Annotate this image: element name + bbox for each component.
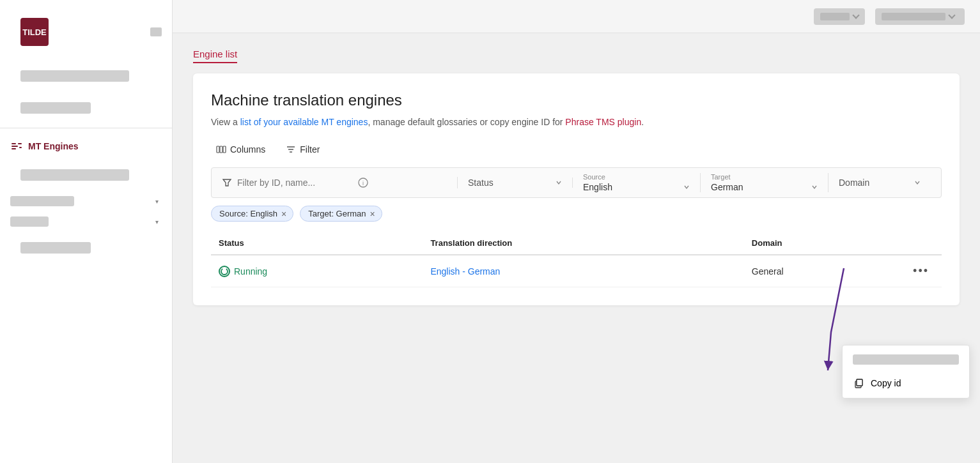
context-menu-copy-id[interactable]: Copy id (843, 371, 969, 395)
copy-icon (853, 377, 864, 389)
columns-button[interactable]: Columns (211, 142, 270, 157)
info-icon: i (357, 177, 369, 188)
source-tag-label: Source: English (219, 209, 277, 218)
filter-row: i Status Source English (211, 167, 942, 198)
svg-rect-5 (217, 146, 219, 153)
source-group-label: Source (583, 173, 605, 181)
svg-rect-1 (12, 146, 18, 147)
columns-icon (216, 144, 226, 155)
translation-direction-text: English - German (430, 266, 500, 277)
logo: TILDE (20, 18, 49, 46)
context-menu-placeholder-1 (853, 354, 959, 365)
filter-button[interactable]: Filter (281, 142, 325, 157)
filter-search-section: i (222, 177, 458, 188)
target-filter[interactable]: Target German (701, 173, 828, 192)
page-title: Machine translation engines (211, 91, 942, 109)
mt-engines-link[interactable]: list of your available MT engines (240, 117, 368, 127)
sidebar: TILDE MT Engines ▾ (0, 0, 173, 463)
filter-funnel-icon (222, 178, 232, 188)
target-value: German (711, 182, 743, 192)
sidebar-nav-item-3 (20, 169, 129, 181)
col-domain: Domain (744, 232, 900, 255)
target-chevron-icon (811, 184, 818, 190)
more-actions-button[interactable]: ••• (908, 263, 934, 279)
col-status: Status (211, 232, 423, 255)
svg-text:i: i (362, 180, 364, 186)
sidebar-item-label-5 (10, 216, 49, 227)
sidebar-nav-item-5[interactable]: ▾ (0, 211, 172, 232)
topbar (173, 0, 980, 33)
mt-engines-icon (10, 140, 23, 153)
toolbar: Columns Filter (211, 142, 942, 157)
sidebar-close-icon[interactable] (150, 27, 162, 36)
cell-translation-direction: English - German (423, 255, 743, 287)
status-chevron-icon (556, 179, 562, 186)
topbar-org-text (882, 13, 945, 20)
target-tag: Target: German × (300, 206, 382, 222)
sidebar-item-mt-engines[interactable]: MT Engines (0, 133, 172, 159)
running-icon (219, 266, 230, 277)
table-row: Running English - German General ••• (211, 255, 942, 287)
target-tag-close[interactable]: × (370, 209, 375, 218)
source-tag-close[interactable]: × (281, 209, 286, 218)
sidebar-item-mt-engines-label: MT Engines (28, 141, 79, 151)
mt-engines-card: Machine translation engines View a list … (193, 73, 960, 305)
phrase-tms-link[interactable]: Phrase TMS plugin (565, 117, 641, 127)
status-filter[interactable]: Status (458, 178, 573, 188)
sidebar-nav-item-6 (20, 242, 91, 254)
source-chevron-icon (683, 184, 690, 190)
search-input[interactable] (237, 178, 352, 188)
svg-rect-17 (857, 379, 862, 386)
topbar-org-btn[interactable] (875, 8, 965, 25)
engines-table: Status Translation direction Domain (211, 232, 942, 287)
chevron-down-icon-4: ▾ (155, 198, 162, 204)
sidebar-item-label-4 (10, 196, 74, 206)
svg-rect-3 (18, 143, 22, 144)
svg-marker-11 (223, 179, 231, 186)
col-actions (900, 232, 942, 255)
cell-domain: General (744, 255, 900, 287)
source-tag: Source: English × (211, 206, 293, 222)
filter-icon (286, 144, 296, 155)
page-description: View a list of your available MT engines… (211, 116, 942, 129)
target-group-label: Target (711, 173, 731, 181)
svg-rect-2 (12, 148, 16, 149)
svg-point-14 (221, 268, 228, 275)
topbar-org-chevron-icon (948, 11, 955, 19)
sidebar-nav-item-2 (20, 102, 91, 114)
topbar-app-chevron-icon (852, 11, 859, 19)
svg-rect-4 (19, 147, 22, 148)
context-menu: Copy id (842, 345, 970, 398)
svg-rect-6 (220, 146, 222, 153)
context-menu-item-1[interactable] (843, 348, 969, 371)
sidebar-nav-item-1 (20, 70, 129, 82)
chevron-down-icon-5: ▾ (155, 218, 162, 225)
status-running: Running (219, 266, 415, 277)
filter-label: Filter (300, 144, 320, 155)
copy-id-label: Copy id (871, 378, 901, 388)
engine-list-tab[interactable]: Engine list (193, 49, 237, 63)
sidebar-divider (0, 128, 172, 128)
svg-rect-7 (223, 146, 226, 153)
svg-rect-0 (12, 143, 16, 144)
source-value: English (583, 182, 612, 192)
content-area: Engine list Machine translation engines … (173, 33, 980, 463)
target-tag-label: Target: German (308, 209, 366, 218)
topbar-app-text (820, 13, 850, 20)
domain-chevron-icon (914, 179, 921, 186)
page-tab: Engine list (193, 49, 960, 63)
cell-status: Running (211, 255, 423, 287)
status-text: Running (234, 266, 267, 277)
status-label: Status (468, 178, 552, 188)
domain-filter[interactable]: Domain (828, 178, 931, 188)
table-header-row: Status Translation direction Domain (211, 232, 942, 255)
source-filter[interactable]: Source English (573, 173, 701, 192)
columns-label: Columns (230, 144, 265, 155)
domain-label: Domain (839, 178, 910, 188)
domain-value: General (752, 266, 784, 277)
topbar-app-btn[interactable] (814, 8, 865, 25)
col-translation-direction: Translation direction (423, 232, 743, 255)
active-filters: Source: English × Target: German × (211, 206, 942, 222)
sidebar-nav-item-4[interactable]: ▾ (0, 191, 172, 211)
cell-actions: ••• (900, 255, 942, 287)
